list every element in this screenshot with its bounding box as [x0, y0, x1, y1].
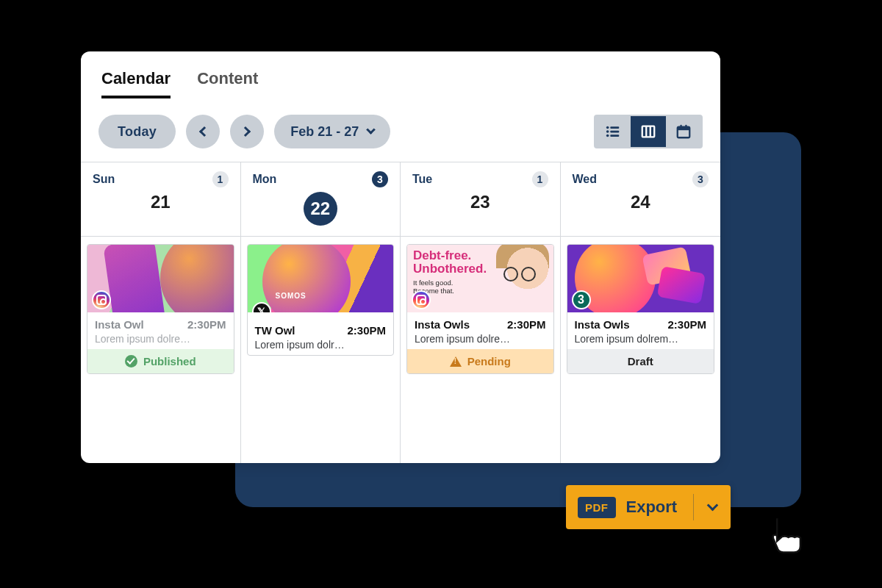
- view-list-button[interactable]: [595, 116, 631, 147]
- svg-rect-3: [610, 126, 619, 129]
- post-card[interactable]: Debt-free. Unbothered. It feels good. Be…: [406, 244, 554, 374]
- warning-icon: [450, 356, 462, 367]
- dow-label: Mon: [253, 173, 277, 186]
- post-thumbnail: Debt-free. Unbothered. It feels good. Be…: [407, 245, 553, 312]
- export-button[interactable]: PDF Export: [566, 485, 693, 529]
- post-card[interactable]: 3 Insta Owls 2:30PM Lorem ipsum dolrem… …: [567, 244, 715, 374]
- svg-rect-10: [678, 127, 690, 131]
- export-options-button[interactable]: [694, 485, 731, 529]
- instagram-icon: [92, 290, 111, 309]
- post-card[interactable]: SOMOS 𝕏 TW Owl 2:30PM Lorem ipsum dolr…: [247, 244, 395, 356]
- svg-point-2: [606, 135, 609, 137]
- day-number: 22: [304, 192, 337, 226]
- tab-content[interactable]: Content: [197, 69, 258, 98]
- post-time: 2:30PM: [507, 318, 546, 331]
- cursor-pointer-icon: [764, 514, 805, 555]
- status-badge-published: Published: [87, 349, 234, 373]
- chevron-down-icon: [706, 500, 718, 512]
- day-column-sun: Insta Owl 2:30PM Lorem ipsum dolre… Publ…: [81, 237, 241, 463]
- post-excerpt: Lorem ipsum dolrem…: [575, 333, 707, 345]
- calendar-header-row: Sun 1 21 Mon 3 22 Tue 1 23 Wed 3 24: [81, 162, 720, 236]
- pdf-tag: PDF: [578, 497, 616, 518]
- post-title: Insta Owls: [415, 318, 470, 331]
- view-switcher: [594, 115, 703, 148]
- day-header-tue: Tue 1 23: [401, 162, 561, 236]
- svg-rect-5: [610, 135, 619, 137]
- export-label: Export: [626, 498, 678, 517]
- calendar-panel: Calendar Content Today Feb 21 - 27: [81, 51, 720, 463]
- post-time: 2:30PM: [667, 318, 706, 331]
- day-column-mon: SOMOS 𝕏 TW Owl 2:30PM Lorem ipsum dolr…: [241, 237, 401, 463]
- dow-label: Tue: [412, 173, 432, 186]
- day-count-badge: 1: [532, 171, 548, 187]
- post-excerpt: Lorem ipsum dolr…: [255, 339, 387, 351]
- post-title: Insta Owls: [575, 318, 630, 331]
- tab-bar: Calendar Content: [81, 51, 720, 98]
- post-thumbnail: [87, 245, 234, 312]
- list-icon: [605, 123, 621, 140]
- day-header-sun: Sun 1 21: [81, 162, 241, 236]
- post-title: Insta Owl: [95, 318, 144, 331]
- dow-label: Wed: [573, 173, 597, 186]
- dow-label: Sun: [93, 173, 115, 186]
- day-number: 23: [470, 192, 490, 212]
- multi-post-count-badge: 3: [572, 290, 591, 309]
- day-header-mon: Mon 3 22: [241, 162, 401, 236]
- post-title: TW Owl: [255, 324, 295, 337]
- chevron-down-icon: [366, 125, 376, 135]
- date-range-label: Feb 21 - 27: [290, 124, 359, 140]
- svg-rect-4: [610, 131, 619, 133]
- day-column-wed: 3 Insta Owls 2:30PM Lorem ipsum dolrem… …: [561, 237, 721, 463]
- svg-rect-12: [685, 125, 686, 129]
- post-card[interactable]: Insta Owl 2:30PM Lorem ipsum dolre… Publ…: [87, 244, 234, 374]
- view-week-button[interactable]: [631, 116, 666, 147]
- chevron-right-icon: [240, 126, 251, 137]
- instagram-icon: [412, 290, 431, 309]
- view-month-button[interactable]: [666, 116, 701, 147]
- day-header-wed: Wed 3 24: [561, 162, 721, 236]
- svg-point-1: [606, 130, 609, 133]
- status-badge-pending: Pending: [407, 349, 553, 373]
- day-count-badge: 3: [372, 171, 388, 187]
- today-button[interactable]: Today: [98, 115, 176, 148]
- day-number: 21: [151, 192, 171, 212]
- calendar-icon: [675, 123, 692, 140]
- next-button[interactable]: [230, 115, 264, 148]
- date-range-picker[interactable]: Feb 21 - 27: [274, 115, 390, 148]
- day-count-badge: 1: [212, 171, 229, 187]
- svg-rect-11: [680, 125, 681, 129]
- post-excerpt: Lorem ipsum dolre…: [95, 333, 226, 345]
- svg-point-0: [606, 126, 609, 129]
- post-excerpt: Lorem ipsum dolre…: [415, 333, 546, 345]
- calendar-toolbar: Today Feb 21 - 27: [81, 98, 720, 162]
- tab-calendar[interactable]: Calendar: [101, 69, 171, 98]
- check-circle-icon: [125, 355, 137, 368]
- chevron-left-icon: [199, 126, 209, 137]
- prev-button[interactable]: [186, 115, 220, 148]
- post-thumbnail: SOMOS 𝕏: [248, 245, 394, 312]
- svg-rect-6: [642, 126, 655, 137]
- day-column-tue: Debt-free. Unbothered. It feels good. Be…: [401, 237, 561, 463]
- export-button-group: PDF Export: [566, 485, 731, 529]
- calendar-body: Insta Owl 2:30PM Lorem ipsum dolre… Publ…: [81, 236, 720, 463]
- post-thumbnail: 3: [567, 245, 714, 312]
- columns-icon: [640, 123, 656, 140]
- post-time: 2:30PM: [187, 318, 226, 331]
- post-time: 2:30PM: [347, 324, 386, 337]
- day-count-badge: 3: [692, 171, 709, 187]
- day-number: 24: [631, 192, 650, 212]
- status-badge-draft: Draft: [567, 349, 714, 373]
